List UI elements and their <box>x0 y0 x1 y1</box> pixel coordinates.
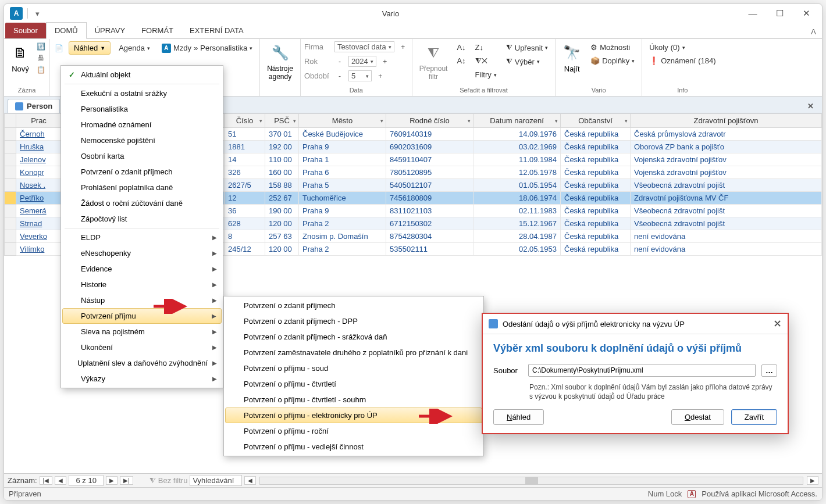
nahled-button[interactable]: Náhled ▼ <box>69 41 111 55</box>
table-cell[interactable]: Zdravotní pojišťovna MV ČF <box>631 192 822 205</box>
table-cell[interactable]: Česká republika <box>561 243 631 256</box>
table-cell[interactable]: 14 <box>225 153 265 166</box>
col-cit[interactable]: Občanství▾ <box>561 114 631 128</box>
table-cell[interactable]: Všeobecná zdravotní pojišt <box>631 205 822 217</box>
tasks-button[interactable]: Úkoly (0)▾ <box>646 41 719 53</box>
table-cell[interactable]: Praha 2 <box>299 217 386 230</box>
table-cell[interactable]: 252 67 <box>265 192 299 205</box>
table-cell[interactable]: 51 <box>225 128 265 141</box>
col-rc[interactable]: Rodné číslo▾ <box>386 114 473 128</box>
select-button[interactable]: ⧨Výběr▾ <box>503 55 551 68</box>
firma-combo[interactable]: Testovací data▾ <box>334 41 394 52</box>
table-cell[interactable]: 628 <box>225 217 265 230</box>
table-cell[interactable]: Všeobecná zdravotní pojišt <box>631 217 822 230</box>
table-cell[interactable]: 02.11.1983 <box>473 205 561 217</box>
recnav-position[interactable]: 6 z 10 <box>69 475 104 486</box>
clear-filter-button[interactable]: ⧨✕ <box>472 55 500 67</box>
table-cell[interactable]: Nosek . <box>16 179 62 192</box>
notifications-button[interactable]: ❗ Oznámení (184) <box>646 55 719 67</box>
horizontal-scrollbar[interactable] <box>259 477 803 485</box>
menu-item[interactable]: Potvrzení o zdanit příjmech - DPP <box>225 313 482 329</box>
table-cell[interactable]: 28.04.1987 <box>473 230 561 243</box>
document-tab[interactable]: Person <box>8 99 60 113</box>
table-cell[interactable]: Semerá <box>16 205 62 217</box>
tab-file[interactable]: Soubor <box>5 23 46 38</box>
table-cell[interactable]: Jelenov <box>16 153 62 166</box>
table-cell[interactable]: 5405012107 <box>386 179 473 192</box>
col-ins[interactable]: Zdravotní pojišťovn <box>631 114 822 128</box>
tab-format[interactable]: FORMÁT <box>133 23 181 38</box>
refine-button[interactable]: ⧨Upřesnit▾ <box>503 41 551 54</box>
agenda-button[interactable]: Agenda ▾ <box>115 42 154 54</box>
toggle-filter-button[interactable]: ⧨ Přepnout filtr <box>416 41 451 83</box>
send-button[interactable]: Odeslat <box>671 409 724 425</box>
table-cell[interactable]: 7805120895 <box>386 166 473 179</box>
file-path-input[interactable] <box>528 364 756 377</box>
table-cell[interactable]: 370 01 <box>265 128 299 141</box>
table-cell[interactable]: 18.06.1974 <box>473 192 561 205</box>
table-cell[interactable]: 15.12.1967 <box>473 217 561 230</box>
table-cell[interactable]: 14.09.1976 <box>473 128 561 141</box>
table-cell[interactable]: Konopr <box>16 166 62 179</box>
table-cell[interactable]: Vojenská zdravotní pojišťov <box>631 153 822 166</box>
document-tab-close[interactable]: ✕ <box>803 99 818 113</box>
table-cell[interactable]: Česká republika <box>561 141 631 153</box>
obdobi-combo[interactable]: 5▾ <box>348 70 372 81</box>
menu-item[interactable]: ELDP▶ <box>62 230 222 245</box>
table-cell[interactable]: Znosim p. Domašín <box>299 230 386 243</box>
table-cell[interactable]: Hruška <box>16 141 62 153</box>
table-cell[interactable]: 535502111 <box>386 243 473 256</box>
table-cell[interactable]: 245/12 <box>225 243 265 256</box>
col-name[interactable]: Prac <box>16 114 62 128</box>
table-cell[interactable]: 2627/5 <box>225 179 265 192</box>
options-button[interactable]: ⚙Možnosti <box>587 41 638 53</box>
dialog-close-button[interactable]: ✕ <box>773 317 782 330</box>
recnav-search[interactable]: Vyhledávání <box>190 475 242 486</box>
table-cell[interactable]: 8754280304 <box>386 230 473 243</box>
menu-item[interactable]: Nemocenské pojištění <box>62 133 222 148</box>
table-cell[interactable]: 6902031609 <box>386 141 473 153</box>
minus-icon[interactable]: - <box>334 71 345 81</box>
table-cell[interactable]: není evidována <box>631 230 822 243</box>
table-cell[interactable]: 7609140319 <box>386 128 473 141</box>
table-cell[interactable]: Petříko <box>16 192 62 205</box>
menu-item[interactable]: Potvrzení o příjmu - roční <box>225 423 482 439</box>
menu-item[interactable]: Evidence▶ <box>62 261 222 277</box>
table-cell[interactable]: 7456180809 <box>386 192 473 205</box>
rok-combo[interactable]: 2024▾ <box>348 56 376 67</box>
col-num[interactable]: Číslo▾ <box>225 114 265 128</box>
menu-item[interactable]: Osobní karta <box>62 148 222 164</box>
table-cell[interactable]: 120 00 <box>265 217 299 230</box>
table-cell[interactable]: Praha 9 <box>299 141 386 153</box>
menu-item[interactable]: Sleva na pojistném▶ <box>62 324 222 339</box>
menu-item[interactable]: Potvrzení zaměstnavatele druhého z popla… <box>225 345 482 360</box>
minimize-button[interactable]: — <box>739 5 766 22</box>
print-icon[interactable]: 🖶 <box>35 53 46 63</box>
table-cell[interactable]: Vojenská zdravotní pojišťov <box>631 166 822 179</box>
plus-icon[interactable]: + <box>398 42 408 52</box>
browse-button[interactable]: … <box>761 364 777 377</box>
table-cell[interactable]: 03.02.1969 <box>473 141 561 153</box>
find-button[interactable]: 🔭 Najít <box>559 41 585 76</box>
recnav-prev[interactable]: ◀ <box>55 476 66 485</box>
table-cell[interactable]: 120 00 <box>265 243 299 256</box>
table-cell[interactable]: 192 00 <box>265 141 299 153</box>
menu-item[interactable]: Nástup▶ <box>62 292 222 308</box>
qat-dropdown-icon[interactable]: ▾ <box>33 9 42 18</box>
menu-item[interactable]: ✓Aktuální objekt <box>62 67 222 83</box>
tools-button[interactable]: 🔧 Nástroje agendy <box>264 41 297 83</box>
table-cell[interactable]: Všeobecná zdravotní pojišt <box>631 179 822 192</box>
menu-item[interactable]: Potvrzení o příjmu - čtvrtletí - souhrn <box>225 392 482 408</box>
table-cell[interactable]: 160 00 <box>265 166 299 179</box>
table-cell[interactable]: Praha 1 <box>299 153 386 166</box>
table-cell[interactable]: není evidována <box>631 243 822 256</box>
table-cell[interactable]: 190 00 <box>265 205 299 217</box>
menu-item[interactable]: Ukončení▶ <box>62 339 222 355</box>
refresh-icon[interactable]: 🔃 <box>35 41 46 52</box>
table-cell[interactable]: Veverko <box>16 230 62 243</box>
table-cell[interactable]: Praha 9 <box>299 205 386 217</box>
table-cell[interactable]: Česká průmyslová zdravotr <box>631 128 822 141</box>
table-cell[interactable]: 8311021103 <box>386 205 473 217</box>
table-cell[interactable]: Strnad <box>16 217 62 230</box>
table-cell[interactable]: Česká republika <box>561 230 631 243</box>
